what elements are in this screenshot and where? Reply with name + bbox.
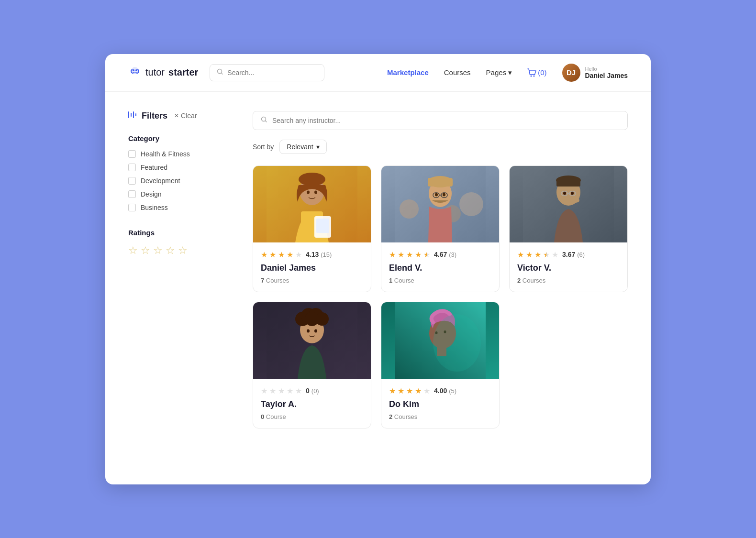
user-name: Daniel James [585,72,628,79]
chevron-down-icon: ▾ [508,68,512,77]
category-list: Health & Fitness Featured Development De… [128,150,233,211]
checkbox-health-fitness[interactable] [128,150,136,158]
instructor-name: Do Kim [389,399,491,409]
svg-point-20 [459,192,483,216]
instructor-card[interactable]: ★★★★★★ 3.67 (6) Victor V. 2 Courses [509,165,628,292]
star-filled: ★ [517,250,524,259]
checkbox-development[interactable] [128,177,136,185]
instructor-card[interactable]: ★★★★★ 4.00 (5) Do Kim 2 Courses [381,302,500,428]
svg-point-34 [563,191,566,195]
close-icon: ✕ [174,112,179,119]
rating-value: 4.00 [434,387,447,395]
star-filled: ★ [526,250,533,259]
header-nav: Marketplace Courses Pages ▾ (0) DJ Hello… [387,64,628,82]
category-design[interactable]: Design [128,190,233,198]
category-business[interactable]: Business [128,204,233,211]
instructor-name: Elend V. [389,263,491,273]
card-body: ★★★★★ 4.13 (15) Daniel James 7 Courses [253,242,371,292]
star-empty: ★ [269,386,276,395]
instructor-courses: 7 Courses [261,277,363,284]
nav-courses[interactable]: Courses [444,68,471,77]
category-featured[interactable]: Featured [128,164,233,171]
nav-pages[interactable]: Pages ▾ [486,68,512,77]
nav-cart[interactable]: (0) [527,68,546,77]
chevron-down-icon: ▾ [316,143,320,151]
svg-point-47 [307,329,310,332]
rating-value: 3.67 [562,251,575,258]
category-health-fitness[interactable]: Health & Fitness [128,150,233,158]
star-filled: ★ [261,250,267,259]
filters-header: Filters ✕ Clear [128,111,233,121]
instructor-name: Taylor A. [261,399,363,409]
svg-rect-5 [128,111,129,118]
instructor-card[interactable]: ★★★★★ 0 (0) Taylor A. 0 Course [253,302,371,428]
svg-rect-8 [135,113,136,116]
instructor-card[interactable]: ★★★★★★ 4.67 (3) Elend V. 1 Course [381,165,500,292]
instructor-card[interactable]: ★★★★★ 4.13 (15) Daniel James 7 Courses [253,165,371,292]
checkbox-business[interactable] [128,204,136,211]
star-empty: ★ [552,250,558,259]
filters-clear-button[interactable]: ✕ Clear [174,112,197,120]
category-development[interactable]: Development [128,177,233,185]
svg-rect-24 [428,178,453,187]
card-rating: ★★★★★ 0 (0) [261,386,363,395]
svg-point-13 [299,173,325,186]
svg-point-4 [534,75,535,77]
star-5[interactable]: ☆ [178,244,188,257]
instructor-search-box[interactable] [253,111,628,130]
category-label: Health & Fitness [141,150,190,158]
sidebar: Filters ✕ Clear Category Health & Fitnes… [128,111,233,465]
avatar: DJ [562,64,580,82]
svg-point-3 [531,75,532,77]
instructor-courses: 2 Courses [389,413,491,420]
star-empty: ★ [423,386,430,395]
card-body: ★★★★★ 4.00 (5) Do Kim 2 Courses [381,379,499,428]
rating-value: 0 [306,387,310,395]
instructors-grid: ★★★★★ 4.13 (15) Daniel James 7 Courses [253,165,628,428]
rating-count: (5) [449,387,456,395]
star-1[interactable]: ☆ [128,244,138,257]
svg-point-15 [314,190,317,194]
svg-point-39 [572,198,579,203]
search-icon [217,68,223,77]
svg-point-46 [305,312,319,326]
svg-rect-7 [133,111,134,118]
svg-point-48 [314,329,317,332]
star-filled: ★ [534,250,541,259]
star-filled: ★ [406,250,413,259]
star-filled: ★ [398,250,404,259]
ratings-section: Ratings ☆ ☆ ☆ ☆ ☆ [128,229,233,257]
nav-marketplace[interactable]: Marketplace [387,68,429,77]
checkbox-featured[interactable] [128,164,136,171]
star-filled: ★ [269,250,276,259]
card-image [253,302,371,379]
rating-stars[interactable]: ☆ ☆ ☆ ☆ ☆ [128,244,233,257]
star-half: ★★ [543,250,550,259]
svg-point-14 [307,190,310,194]
sort-label: Sort by [253,143,274,151]
logo-starter-text: starter [168,67,198,78]
header-search-box[interactable] [210,64,324,81]
user-info: Hello Daniel James [585,66,628,79]
svg-point-1 [135,69,137,71]
star-4[interactable]: ☆ [166,244,175,257]
rating-count: (6) [577,251,585,258]
category-label: Featured [141,164,167,171]
logo-icon [128,66,142,79]
star-filled: ★ [406,386,413,395]
instructor-name: Victor V. [517,263,620,273]
star-filled: ★ [415,250,422,259]
svg-point-19 [400,199,419,219]
right-panel: Sort by Relevant ▾ [253,111,628,465]
star-filled: ★ [389,250,396,259]
sort-select[interactable]: Relevant ▾ [279,140,326,154]
star-3[interactable]: ☆ [153,244,163,257]
app-window: tutorstarter Marketplace Courses Pages ▾… [105,54,651,484]
header-search-input[interactable] [227,69,317,77]
star-filled: ★ [389,386,396,395]
instructor-search-input[interactable] [272,117,620,124]
checkbox-design[interactable] [128,190,136,198]
star-2[interactable]: ☆ [141,244,150,257]
instructor-courses: 1 Course [389,277,491,284]
rating-count: (3) [449,251,456,258]
